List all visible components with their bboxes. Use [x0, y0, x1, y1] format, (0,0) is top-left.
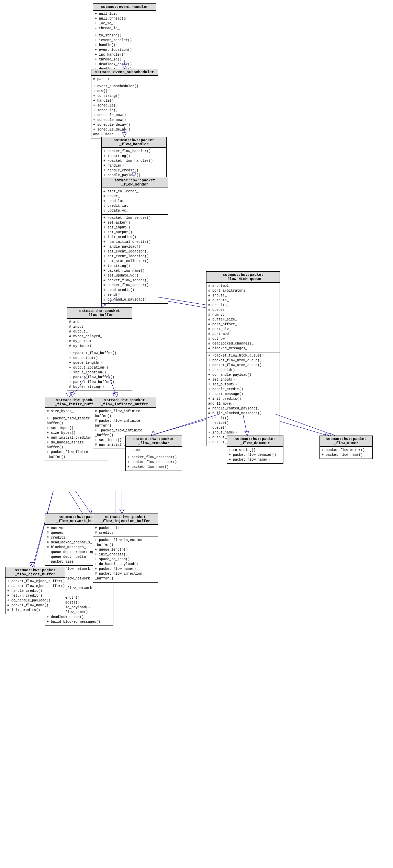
packet-flow-injection-buffer-box: sstmac::hw::packet_flow_injection_buffer… — [93, 514, 158, 583]
packet-flow-handler-title: sstmac::hw::packet_flow_handler — [102, 137, 166, 148]
event-subscheduler-box: sstmac::event_subscheduler # parent_ + e… — [91, 69, 158, 138]
packet-flow-sender-title: sstmac::hw::packet_flow_sender — [102, 177, 168, 188]
packet-flow-injection-buffer-title: sstmac::hw::packet_flow_injection_buffer — [93, 514, 158, 525]
svg-line-45 — [275, 414, 335, 436]
packet-flow-NtoM-queue-box: sstmac::hw::packet_flow_NtoM_queue # arb… — [206, 271, 280, 446]
uml-diagram: sstmac::event_handler + null_lpid + null… — [0, 0, 393, 868]
packet-flow-infinite-buffer-title: sstmac::hw::packet_flow_infinite_buffer — [93, 397, 156, 408]
event-subscheduler-methods: + event_subscheduler() + now() + to_stri… — [91, 83, 158, 138]
packet-flow-injection-buffer-attrs: # packet_size_ # credits_ — [93, 525, 158, 537]
packet-flow-buffer-title: sstmac::hw::packet_flow_buffer — [67, 308, 132, 318]
packet-flow-muxer-title: sstmac::hw::packet_flow_muxer — [320, 436, 372, 447]
svg-line-47 — [76, 491, 91, 514]
event-subscheduler-attrs: # parent_ — [91, 76, 158, 83]
event-handler-attrs: + null_lpid + null_threadId + loc_id_ - … — [93, 10, 156, 32]
packet-flow-eject-buffer-methods: + packet_flow_eject_buffer() + packet_fl… — [5, 578, 65, 614]
packet-flow-buffer-attrs: # arb_ # input_ # output_ # bytes_delaye… — [67, 318, 132, 350]
svg-marker-40 — [114, 393, 118, 397]
packet-flow-sender-attrs: # stat_collector_ # acker_ # send_lat_ #… — [102, 188, 168, 214]
packet-flow-crossbar-title: sstmac::hw::packet_flow_crossbar — [126, 436, 182, 447]
event-subscheduler-title: sstmac::event_subscheduler — [91, 69, 158, 76]
svg-marker-50 — [30, 562, 35, 567]
packet-flow-injection-buffer-methods: + packet_flow_injection _buffer() + queu… — [93, 537, 158, 582]
packet-flow-eject-buffer-box: sstmac::hw::packet_flow_eject_buffer + p… — [5, 567, 65, 614]
packet-flow-buffer-methods: + ~packet_flow_buffer() + set_output() +… — [67, 350, 132, 391]
packet-flow-NtoM-queue-methods: + ~packet_flow_NtoM_queue() + packet_flo… — [206, 352, 280, 446]
packet-flow-demuxer-box: sstmac::hw::packet_flow_demuxer + to_str… — [227, 436, 283, 464]
packet-flow-buffer-box: sstmac::hw::packet_flow_buffer # arb_ # … — [67, 307, 132, 391]
packet-flow-crossbar-attrs: - name_ — [126, 447, 182, 454]
svg-marker-38 — [71, 392, 75, 397]
packet-flow-demuxer-methods: + to_string() + packet_flow_demuxer() + … — [227, 447, 283, 463]
packet-flow-muxer-methods: + packet_flow_muxer() + packet_flow_name… — [320, 447, 372, 459]
packet-flow-crossbar-box: sstmac::hw::packet_flow_crossbar - name_… — [125, 436, 182, 471]
packet-flow-sender-box: sstmac::hw::packet_flow_sender # stat_co… — [101, 177, 168, 304]
event-handler-title: sstmac::event_handler — [93, 4, 156, 10]
packet-flow-demuxer-title: sstmac::hw::packet_flow_demuxer — [227, 436, 283, 447]
packet-flow-sender-methods: + ~packet_flow_sender() + set_acker() + … — [102, 214, 168, 303]
packet-flow-muxer-box: sstmac::hw::packet_flow_muxer + packet_f… — [319, 436, 373, 459]
svg-marker-52 — [120, 509, 124, 514]
packet-flow-crossbar-methods: + packet_flow_crossbar() + packet_flow_c… — [126, 454, 182, 471]
packet-flow-NtoM-queue-title: sstmac::hw::packet_flow_NtoM_queue — [206, 272, 280, 282]
svg-marker-48 — [88, 509, 92, 514]
packet-flow-eject-buffer-title: sstmac::hw::packet_flow_eject_buffer — [5, 567, 65, 578]
packet-flow-NtoM-queue-attrs: # arb_tmpl_ # port_arbitrators_ # inputs… — [206, 282, 280, 352]
